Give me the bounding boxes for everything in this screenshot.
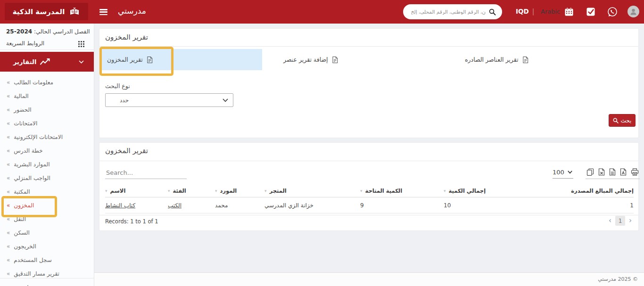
table-column-header[interactable]: ▾ الاسم bbox=[105, 188, 168, 194]
book-icon bbox=[69, 7, 80, 16]
pdf-export-icon[interactable] bbox=[620, 168, 627, 176]
column-label: المورد bbox=[220, 188, 237, 194]
global-search-input[interactable] bbox=[409, 9, 486, 15]
sort-caret-icon[interactable]: ▾ bbox=[168, 188, 170, 193]
sidebar-item-label: الحضور bbox=[14, 106, 31, 113]
divider bbox=[0, 278, 94, 278]
table-column-header[interactable]: ▾ إجمالي الكمية bbox=[444, 188, 538, 194]
calendar-icon[interactable] bbox=[564, 7, 574, 16]
table-cell: كتاب النشاط bbox=[105, 202, 168, 209]
sidebar-section-reports[interactable]: التقارير bbox=[0, 52, 94, 72]
report-tabs: تقرير المخزون إضافة تقرير عنصر تقرير الع… bbox=[99, 49, 638, 70]
copy-icon[interactable] bbox=[586, 168, 594, 176]
table-column-header[interactable]: ▾ إجمالي المبالغ المصدرة bbox=[538, 188, 634, 194]
column-label: إجمالي المبالغ المصدرة bbox=[571, 188, 634, 194]
cell-value[interactable]: 9 bbox=[360, 202, 364, 209]
report-tab[interactable]: تقرير العناصر الصادره bbox=[465, 49, 528, 70]
divider bbox=[0, 49, 94, 50]
excel-export-icon[interactable] bbox=[598, 168, 605, 176]
double-arrow-icon: « bbox=[7, 161, 10, 168]
search-button-label: بحث bbox=[621, 117, 632, 124]
cell-value[interactable]: الكتب bbox=[168, 202, 182, 209]
sidebar-menu-item[interactable]: « المخزون bbox=[0, 198, 94, 212]
document-icon bbox=[332, 56, 338, 64]
tasks-check-icon[interactable] bbox=[586, 7, 595, 16]
sidebar-menu-item[interactable]: « معلومات الطالب bbox=[0, 75, 94, 89]
cell-value[interactable]: محمد bbox=[215, 202, 228, 209]
sidebar-menu-item[interactable]: « السكن bbox=[0, 226, 94, 239]
sidebar-item-label: الواجب المنزلي bbox=[14, 175, 50, 181]
search-icon[interactable] bbox=[489, 8, 496, 16]
divider bbox=[99, 215, 638, 215]
table-card-title: تقرير المخزون bbox=[105, 147, 148, 155]
page-size-select[interactable]: 100 bbox=[553, 169, 573, 179]
sidebar-menu-item[interactable]: « الخريجون bbox=[0, 239, 94, 253]
sidebar-menu-item[interactable]: « المالية bbox=[0, 89, 94, 103]
cell-value[interactable]: 1 bbox=[630, 202, 634, 209]
sidebar-menu-item[interactable]: « النقل bbox=[0, 212, 94, 226]
table-column-header[interactable]: ▾ المورد bbox=[215, 188, 264, 194]
language-selector[interactable]: Arabic bbox=[541, 8, 560, 15]
sidebar: الفصل الدراسي الحالي: 25-2024 الروابط ال… bbox=[0, 24, 94, 286]
quick-links[interactable]: الروابط السريعة bbox=[6, 40, 44, 47]
pagination-page-1[interactable]: 1 bbox=[615, 216, 625, 226]
semester-value: 25-2024 bbox=[6, 28, 32, 35]
table-search-input[interactable] bbox=[105, 168, 187, 179]
table-cell: الكتب bbox=[168, 202, 215, 209]
sort-caret-icon[interactable]: ▾ bbox=[360, 188, 363, 193]
page-size-value: 100 bbox=[553, 169, 564, 176]
sidebar-item-label: الامتحانات الإلكترونية bbox=[14, 134, 63, 140]
table-cell: 10 bbox=[444, 202, 538, 209]
pagination-next-icon[interactable]: › bbox=[629, 217, 632, 224]
report-tab[interactable]: تقرير المخزون bbox=[99, 49, 262, 70]
sort-caret-icon[interactable]: ▾ bbox=[215, 188, 217, 193]
pagination-prev-icon[interactable]: ‹ bbox=[609, 217, 611, 224]
search-type-select[interactable]: حدد bbox=[105, 93, 233, 107]
table-cell: محمد bbox=[215, 202, 264, 209]
double-arrow-icon: « bbox=[7, 93, 10, 99]
user-avatar[interactable] bbox=[627, 6, 639, 17]
table-column-header[interactable]: ▾ الفئة bbox=[168, 188, 215, 194]
table-column-header[interactable]: ▾ المتجر bbox=[264, 188, 360, 194]
sidebar-menu-item[interactable]: « الموارد البشرية bbox=[0, 157, 94, 171]
cell-value[interactable]: كتاب النشاط bbox=[105, 202, 135, 209]
sort-caret-icon[interactable]: ▾ bbox=[105, 188, 107, 193]
divider bbox=[99, 161, 638, 161]
csv-export-icon[interactable] bbox=[609, 168, 616, 176]
cell-value[interactable]: 10 bbox=[444, 202, 451, 209]
sidebar-menu-item[interactable]: « خطة الدرس bbox=[0, 144, 94, 157]
double-arrow-icon: « bbox=[7, 270, 10, 277]
currency-selector[interactable]: IQD | bbox=[516, 8, 534, 15]
grid-icon[interactable] bbox=[78, 41, 84, 47]
app-logo[interactable]: المدرسة الذكية bbox=[5, 3, 88, 20]
sidebar-menu: « معلومات الطالب « المالية « الحضور « ال… bbox=[0, 75, 94, 280]
sidebar-menu-item[interactable]: « الحضور bbox=[0, 103, 94, 116]
table-header-row: ▾ الاسم ▾ الفئة ▾ المورد ▾ المتجر ▾ الكم… bbox=[105, 184, 634, 197]
sidebar-item-settings[interactable]: إعدادات النظام bbox=[0, 281, 94, 286]
report-tab[interactable]: إضافة تقرير عنصر bbox=[283, 49, 338, 70]
column-label: الاسم bbox=[110, 188, 126, 194]
sidebar-menu-item[interactable]: « سجل المستخدم bbox=[0, 253, 94, 267]
sidebar-item-label: خطة الدرس bbox=[14, 147, 42, 154]
chevron-down-icon bbox=[79, 60, 84, 64]
table-row: كتاب النشاط الكتب محمد خزانة الزي المدرس… bbox=[105, 198, 634, 213]
sidebar-menu-item[interactable]: « الامتحانات الإلكترونية bbox=[0, 130, 94, 144]
chevron-down-icon bbox=[223, 98, 228, 102]
sort-caret-icon[interactable]: ▾ bbox=[264, 188, 267, 193]
sidebar-toggle-hamburger-icon[interactable] bbox=[99, 9, 107, 15]
sidebar-menu-item[interactable]: « الامتحانات bbox=[0, 116, 94, 130]
double-arrow-icon: « bbox=[7, 175, 10, 181]
double-arrow-icon: « bbox=[7, 202, 10, 209]
print-icon[interactable] bbox=[631, 168, 639, 176]
sidebar-item-label: الخريجون bbox=[14, 243, 36, 250]
current-semester: الفصل الدراسي الحالي: 25-2024 bbox=[6, 28, 91, 35]
search-button[interactable]: بحث bbox=[609, 114, 636, 127]
sidebar-menu-item[interactable]: « المكتبة bbox=[0, 185, 94, 198]
search-type-label: نوع البحث bbox=[105, 82, 130, 90]
cell-value[interactable]: خزانة الزي المدرسي bbox=[264, 202, 314, 209]
whatsapp-icon[interactable] bbox=[607, 7, 617, 16]
search-icon bbox=[613, 118, 619, 123]
table-column-header[interactable]: ▾ الكمية المتاحة bbox=[360, 188, 444, 194]
sort-caret-icon[interactable]: ▾ bbox=[444, 188, 446, 193]
sidebar-menu-item[interactable]: « الواجب المنزلي bbox=[0, 171, 94, 185]
